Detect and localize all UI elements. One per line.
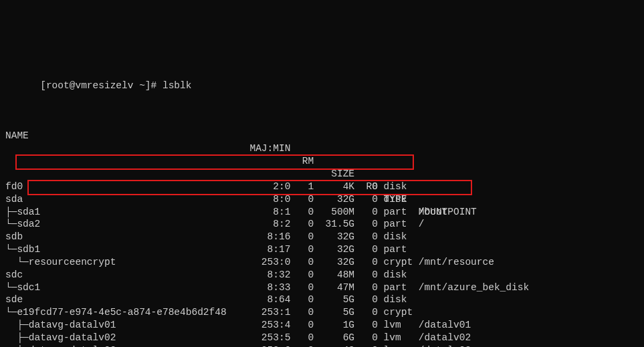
device-name-cell: └─sdc1 [5,281,40,294]
device-name: sdc [5,269,23,280]
col-majmin: 2:0 [249,181,290,193]
col-rm: 0 [296,319,314,332]
col-majmin: 253:6 [249,344,290,347]
col-ro: 0 [360,193,378,206]
col-majmin: 253:5 [249,332,290,344]
tree-prefix: └─ [5,307,17,318]
col-majmin: 8:32 [249,269,290,281]
col-ro: 0 [360,344,378,347]
col-size: 47M [320,281,354,294]
device-name-cell: └─e19fcd77-e974-4e5c-a874-e78e4b6d2f48 [5,306,227,319]
col-size: 6G [320,332,354,344]
device-name: fd0 [5,181,23,192]
lsblk-row: └─sdb18:17032G0part [5,243,639,256]
col-ro: 0 [360,206,378,219]
col-size: 32G [320,231,354,243]
device-name-cell: └─resourceencrypt [5,256,116,269]
col-ro: 0 [360,319,378,332]
device-name-cell: sdb [5,231,23,243]
col-size: 5G [320,306,354,319]
col-majmin-header: MAJ:MIN [249,142,290,155]
col-rm: 1 [296,181,314,193]
col-majmin: 8:16 [249,231,290,243]
lsblk-header: NAME MAJ:MIN RM SIZE RO TYPE MOUNTPOINT [5,118,639,130]
col-type: part [384,243,407,256]
col-ro: 0 [360,306,378,319]
col-size: 4K [320,181,354,193]
lsblk-row: └─e19fcd77-e974-4e5c-a874-e78e4b6d2f4825… [5,306,639,319]
col-rm: 0 [296,231,314,243]
tree-prefix: ├─ [5,207,17,217]
tree-prefix: ├─ [5,320,29,330]
device-name-cell: ├─datavg-datalv03 [5,344,116,347]
col-ro: 0 [360,332,378,344]
device-name-cell: └─sda2 [5,218,40,231]
col-ro: 0 [360,181,378,193]
col-type: part [384,281,407,294]
device-name: sda2 [17,219,40,229]
device-name: e19fcd77-e974-4e5c-a874-e78e4b6d2f48 [17,307,226,318]
col-rm: 0 [296,344,314,347]
col-name-header: NAME [5,130,29,142]
shell-prompt-line: [root@vmresizelv ~]# lsblk [5,54,639,67]
col-type: lvm [384,332,401,344]
col-type: crypt [384,256,413,269]
lsblk-row: sde8:6405G0disk [5,294,639,306]
col-size: 4G [320,344,354,347]
col-size: 500M [320,206,354,219]
col-majmin: 8:17 [249,243,290,256]
device-name: datavg-datalv01 [29,320,116,330]
col-ro: 0 [360,231,378,243]
col-rm: 0 [296,269,314,281]
col-size: 5G [320,294,354,306]
device-name-cell: ├─sda1 [5,206,40,219]
tree-prefix: └─ [5,257,29,267]
col-majmin: 8:2 [249,218,290,231]
device-name-cell: sde [5,294,23,306]
device-name-cell: sda [5,193,23,206]
lsblk-row: ├─datavg-datalv03253:604G0lvm/datalv03 [5,344,639,347]
col-rm: 0 [296,193,314,206]
col-rm: 0 [296,294,314,306]
lsblk-row: ├─sda18:10500M0part/boot [5,206,639,219]
tree-prefix: └─ [5,282,17,293]
col-rm: 0 [296,256,314,269]
lsblk-row: sdb8:16032G0disk [5,231,639,243]
col-type: disk [384,294,407,306]
device-name: sde [5,294,23,305]
col-rm: 0 [296,281,314,294]
lsblk-row: fd02:014K0disk [5,181,639,193]
col-mountpoint: /datalv01 [419,319,471,332]
col-type: part [384,218,407,231]
device-name-cell: ├─datavg-datalv02 [5,332,116,344]
col-type: disk [384,269,407,281]
col-type: crypt [384,306,413,319]
terminal[interactable]: [root@vmresizelv ~]# lsblk NAME MAJ:MIN … [0,0,644,347]
col-ro: 0 [360,256,378,269]
device-name: sda1 [17,207,40,217]
shell-prompt: [root@vmresizelv ~]# [40,80,163,91]
col-type: lvm [384,344,401,347]
lsblk-row: └─sdc18:33047M0part/mnt/azure_bek_disk [5,281,639,294]
device-name: sda [5,194,23,205]
col-ro: 0 [360,218,378,231]
lsblk-row: └─sda28:2031.5G0part/ [5,218,639,231]
lsblk-row: ├─datavg-datalv01253:401G0lvm/datalv01 [5,319,639,332]
col-majmin: 8:1 [249,206,290,219]
col-ro: 0 [360,294,378,306]
col-majmin: 8:64 [249,294,290,306]
col-size: 32G [320,256,354,269]
device-name: resourceencrypt [29,257,116,267]
col-mountpoint: /mnt/resource [419,256,494,269]
col-mountpoint: /datalv03 [419,344,471,347]
device-name: sdb [5,231,23,242]
lsblk-row: └─resourceencrypt253:0032G0crypt/mnt/res… [5,256,639,269]
device-name-cell: fd0 [5,181,23,193]
lsblk-row: sdc8:32048M0disk [5,269,639,281]
tree-prefix: └─ [5,219,17,229]
col-rm: 0 [296,206,314,219]
col-type: disk [384,181,407,193]
lsblk-row: sda8:0032G0disk [5,193,639,206]
col-size-header: SIZE [320,168,354,181]
col-majmin: 253:4 [249,319,290,332]
